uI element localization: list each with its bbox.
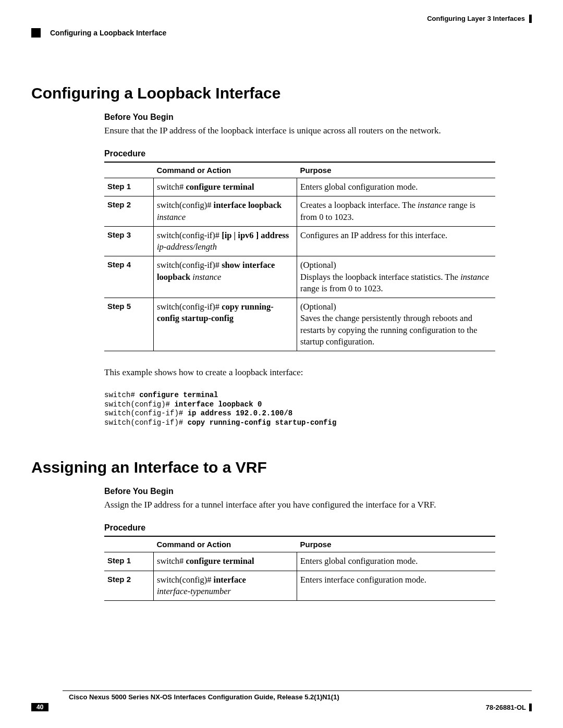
col-purpose: Purpose (297, 536, 496, 552)
step-label: Step 5 (104, 298, 154, 351)
header-chapter: Configuring Layer 3 Interfaces (427, 15, 525, 23)
before-you-begin-text: Ensure that the IP address of the loopba… (104, 125, 495, 137)
command-cell: switch# configure terminal (154, 552, 297, 571)
col-command: Command or Action (154, 162, 297, 178)
header-bar-icon (529, 15, 532, 23)
step-label: Step 2 (104, 571, 154, 601)
command-cell: switch(config-if)# [ip | ipv6 ] address … (154, 226, 297, 256)
col-step (104, 536, 154, 552)
running-header-left: Configuring a Loopback Interface (31, 28, 532, 38)
command-cell: switch# configure terminal (154, 178, 297, 196)
table-row: Step 1 switch# configure terminal Enters… (104, 552, 495, 571)
page-footer: Cisco Nexus 5000 Series NX-OS Interfaces… (31, 690, 532, 711)
table-row: Step 3 switch(config-if)# [ip | ipv6 ] a… (104, 226, 495, 256)
col-purpose: Purpose (297, 162, 496, 178)
before-you-begin-heading: Before You Begin (104, 487, 495, 496)
section-title: Assigning an Interface to a VRF (31, 459, 532, 476)
col-step (104, 162, 154, 178)
procedure-heading: Procedure (104, 149, 495, 158)
purpose-cell: (Optional) Saves the change persistently… (297, 298, 496, 351)
table-row: Step 1 switch# configure terminal Enters… (104, 178, 495, 196)
before-you-begin-text: Assign the IP address for a tunnel inter… (104, 499, 495, 511)
step-label: Step 2 (104, 196, 154, 227)
purpose-cell: Enters interface configuration mode. (297, 571, 496, 601)
procedure-heading: Procedure (104, 523, 495, 533)
example-intro: This example shows how to create a loopb… (104, 367, 495, 378)
purpose-cell: (Optional) Displays the loopback interfa… (297, 256, 496, 298)
before-you-begin-heading: Before You Begin (104, 113, 495, 122)
table-row: Step 2 switch(config)# interface interfa… (104, 571, 495, 601)
table-row: Step 4 switch(config-if)# show interface… (104, 256, 495, 298)
purpose-cell: Enters global configuration mode. (297, 552, 496, 571)
purpose-cell: Creates a loopback interface. The instan… (297, 196, 496, 227)
purpose-cell: Enters global configuration mode. (297, 178, 496, 196)
purpose-cell: Configures an IP address for this interf… (297, 226, 496, 256)
step-label: Step 4 (104, 256, 154, 298)
section-title: Configuring a Loopback Interface (31, 84, 532, 102)
step-label: Step 1 (104, 178, 154, 196)
code-example: switch# configure terminal switch(config… (104, 391, 495, 427)
footer-doc-id: 78-26881-OL (486, 704, 526, 711)
table-row: Step 5 switch(config-if)# copy running-c… (104, 298, 495, 351)
col-command: Command or Action (154, 536, 297, 552)
table-row: Step 2 switch(config)# interface loopbac… (104, 196, 495, 227)
command-cell: switch(config)# interface loopback insta… (154, 196, 297, 227)
footer-bar-icon (529, 704, 532, 711)
command-cell: switch(config)# interface interface-type… (154, 571, 297, 601)
header-square-icon (31, 28, 41, 38)
procedure-table: Command or Action Purpose Step 1 switch#… (104, 162, 495, 351)
header-section: Configuring a Loopback Interface (50, 29, 166, 37)
running-header-right: Configuring Layer 3 Interfaces (31, 15, 532, 23)
step-label: Step 3 (104, 226, 154, 256)
command-cell: switch(config-if)# copy running-config s… (154, 298, 297, 351)
command-cell: switch(config-if)# show interfaceloopbac… (154, 256, 297, 298)
step-label: Step 1 (104, 552, 154, 571)
page-number: 40 (31, 703, 48, 711)
footer-guide-title: Cisco Nexus 5000 Series NX-OS Interfaces… (69, 693, 532, 701)
procedure-table: Command or Action Purpose Step 1 switch#… (104, 536, 495, 601)
